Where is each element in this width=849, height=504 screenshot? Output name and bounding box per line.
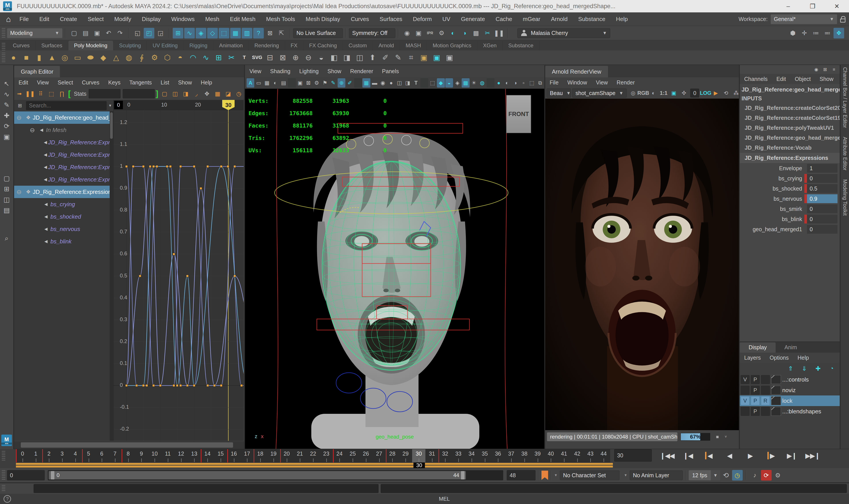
timeline-frame[interactable]: 35 (478, 449, 491, 463)
snap-icon[interactable]: ◈ (196, 28, 206, 38)
outliner-row[interactable]: ◄ JD_Rig_Reference:Expre (14, 136, 113, 148)
shelf-tool-icon[interactable]: ■ (20, 51, 33, 64)
layout-icon[interactable]: ⊞ (1, 183, 12, 194)
render-icon[interactable]: IPR (425, 28, 435, 38)
layer-reference-toggle[interactable] (761, 407, 770, 416)
status-icon[interactable]: ▣ (92, 28, 102, 38)
graph-view-icon[interactable]: ✥ (202, 89, 212, 98)
menu-item[interactable]: Window (563, 77, 592, 87)
layout-icon[interactable]: ▤ (1, 205, 12, 215)
timeline-grip[interactable] (2, 451, 5, 461)
shelf-tab[interactable]: Surfaces (36, 41, 68, 50)
range-grip[interactable] (2, 470, 5, 480)
arnold-icon[interactable]: 1:1 (659, 88, 668, 98)
sidebar-vertical-tab[interactable]: Channel Box / Layer Editor (842, 67, 848, 128)
anim-curves[interactable] (114, 110, 243, 441)
layer-visibility-toggle[interactable]: V (741, 396, 749, 405)
timeline-frame[interactable]: 20 (280, 449, 293, 463)
input-node[interactable]: JD_Rig_Reference:Vocab (740, 143, 840, 153)
graph-view-icon[interactable]: ◨ (181, 89, 191, 98)
playback-button[interactable]: ❙◀ (678, 449, 697, 462)
live-surface-field[interactable]: No Live Surface (293, 28, 343, 38)
zoom-tool-icon[interactable]: ⌕ (1, 233, 12, 244)
layer-reference-toggle[interactable]: R (761, 396, 770, 405)
shelf-tool-icon[interactable]: ▣ (418, 51, 430, 64)
outliner-row[interactable]: ◄ bs_crying (14, 198, 113, 211)
menu-item[interactable]: Keys (104, 77, 125, 87)
shelf-tool-icon[interactable]: ⊖ (302, 51, 314, 64)
graph-view-icon[interactable]: ◪ (223, 89, 233, 98)
channel-row[interactable]: geo_head_merged1 0 (740, 224, 840, 234)
fps-dropdown[interactable]: 12 fps▼ (689, 470, 720, 480)
arnold-icon[interactable]: ◐ (649, 88, 658, 98)
viewport-icon[interactable]: ✎ (329, 78, 337, 88)
chevron-down-icon[interactable]: ▼ (624, 473, 628, 477)
shelf-tool-icon[interactable]: ◧ (328, 51, 340, 64)
menu-item[interactable]: Help (611, 13, 633, 26)
menu-item[interactable]: Edit Mesh (224, 13, 261, 26)
viewport-icon[interactable]: ◨ (404, 78, 412, 88)
shelf-tab[interactable]: FX Caching (303, 41, 343, 50)
timeline-frame[interactable]: 3 (55, 449, 69, 463)
timeline-frame[interactable]: 24 (333, 449, 346, 463)
viewport-icon[interactable]: ✐ (346, 78, 354, 88)
shelf-tool-icon[interactable]: ▣ (431, 51, 443, 64)
tool-settings-toggle-icon[interactable]: ≕ (822, 28, 833, 38)
shelf-tab[interactable]: Rendering (249, 41, 285, 50)
snap-icon[interactable]: ⊠ (265, 28, 275, 38)
attribute-editor-toggle-icon[interactable]: ≔ (811, 28, 821, 38)
shelf-tool-icon[interactable]: ✎ (392, 51, 404, 64)
viewport-icon[interactable]: ▩ (462, 78, 469, 88)
chevron-down-icon[interactable]: ▼ (554, 473, 558, 477)
channel-value[interactable]: 0 (807, 215, 837, 223)
menu-item[interactable]: View (33, 77, 53, 87)
timeline-frame[interactable]: 18 (254, 449, 267, 463)
tool-icon[interactable]: ✚ (1, 110, 12, 121)
menu-item[interactable]: Channels (740, 74, 772, 84)
tree-scrollbar[interactable] (110, 111, 113, 441)
range-start-handle[interactable] (51, 471, 54, 480)
menu-item[interactable]: mGear (518, 13, 546, 26)
graph-tool-icon[interactable]: ∏ (57, 89, 67, 98)
viewport-icon[interactable]: T (412, 78, 420, 88)
workspace-lock-icon[interactable] (840, 19, 846, 22)
cached-playback-icon[interactable]: ⟳ (761, 470, 772, 481)
timeline-frame[interactable]: 6 (95, 449, 108, 463)
shelf-tool-icon[interactable]: ▮ (33, 51, 45, 64)
viewport-icon[interactable]: ▦ (362, 78, 370, 88)
playback-button[interactable]: ◀ (699, 449, 718, 462)
viewport-icon[interactable]: ▤ (280, 78, 287, 88)
viewport-icon[interactable]: ▦ (263, 78, 271, 88)
menu-item[interactable]: Layers (740, 353, 765, 362)
outliner-row[interactable]: ◄ bs_nervous (14, 223, 113, 235)
shelf-tool-icon[interactable]: ⊕ (289, 51, 302, 64)
arnold-icon[interactable]: ⟲ (721, 88, 730, 98)
layer-editor-tab[interactable]: Display (740, 342, 776, 353)
status-icon[interactable]: ▢ (69, 28, 79, 38)
channel-header-icon[interactable]: ◉ (812, 66, 820, 73)
chevron-down-icon[interactable]: ▼ (108, 104, 112, 108)
graph-hscrollbar[interactable] (14, 441, 244, 449)
timeline-frame[interactable]: 17 (240, 449, 254, 463)
playback-loop-icon[interactable]: ⟲ (721, 470, 731, 481)
menu-item[interactable]: Deform (408, 13, 437, 26)
menu-item[interactable]: Help (793, 353, 813, 362)
viewport-icon[interactable]: ⚙ (313, 78, 321, 88)
timeline-frame[interactable]: 39 (531, 449, 544, 463)
layout-icon[interactable]: ◫ (1, 194, 12, 205)
shelf-tool-icon[interactable]: ∮ (136, 51, 148, 64)
chevron-down-icon[interactable]: ˅ (725, 435, 727, 439)
timeline-frame[interactable]: 25 (346, 449, 359, 463)
command-input[interactable] (34, 484, 379, 493)
menu-item[interactable]: File (14, 13, 34, 26)
shelf-tool-icon[interactable]: ◨ (341, 51, 353, 64)
status-icon[interactable]: ↶ (103, 28, 114, 38)
filter-icon[interactable]: ⊞ (16, 102, 24, 110)
layer-color-swatch[interactable] (771, 375, 781, 384)
viewport-icon[interactable]: ▣ (296, 78, 304, 88)
shelf-tab[interactable]: Animation (213, 41, 249, 50)
shelf-tool-icon[interactable]: ⬬ (84, 51, 97, 64)
viewport-icon[interactable] (487, 78, 494, 88)
shelf-tab[interactable]: Motion Graphics (427, 41, 477, 50)
mute-sound-icon[interactable]: ♪ (749, 470, 760, 481)
